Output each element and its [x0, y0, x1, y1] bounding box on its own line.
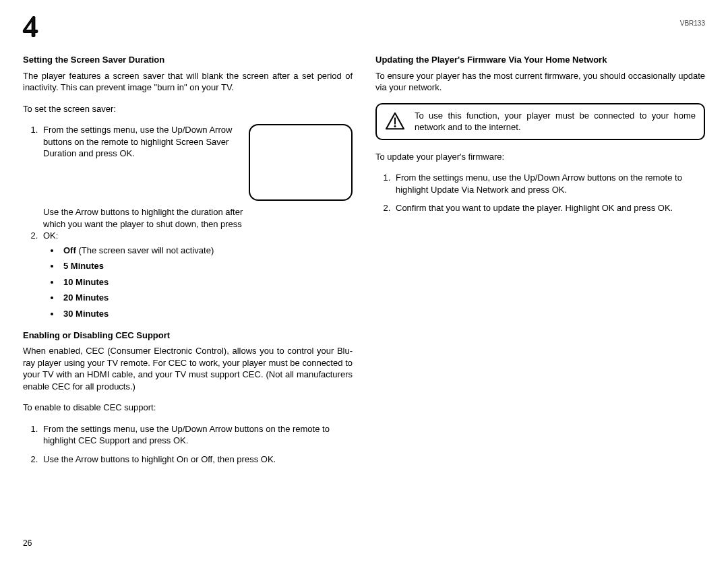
ordered-steps: Use the Arrow buttons to highlight the d… — [23, 206, 353, 319]
list-item: From the settings menu, use the Up/Down … — [40, 423, 353, 447]
lead-text: To enable to disable CEC support: — [23, 402, 353, 414]
right-column: Updating the Player's Firmware Via Your … — [375, 54, 705, 474]
step-text: Use the Arrow buttons to highlight the d… — [43, 206, 245, 242]
list-item: Use the Arrow buttons to highlight On or… — [40, 454, 353, 466]
list-item: 20 Minutes — [61, 292, 353, 304]
warning-icon — [385, 112, 405, 131]
step-with-figure: From the settings menu, use the Up/Down … — [23, 124, 353, 206]
section-heading: Enabling or Disabling CEC Support — [23, 330, 353, 342]
options-list: Off (The screen saver will not activate)… — [43, 245, 353, 320]
option-off-bold: Off — [63, 245, 76, 255]
lead-text: To update your player's firmware: — [375, 151, 705, 163]
body-text: To ensure your player has the most curre… — [375, 70, 705, 94]
section-heading: Updating the Player's Firmware Via Your … — [375, 54, 705, 66]
svg-point-2 — [394, 125, 396, 127]
ordered-steps: From the settings menu, use the Up/Down … — [23, 423, 353, 466]
page-header: 4 VBR133 — [23, 12, 705, 42]
chapter-number: 4 — [23, 12, 38, 42]
option-off-rest: (The screen saver will not activate) — [76, 245, 214, 255]
body-text: When enabled, CEC (Consumer Electronic C… — [23, 345, 353, 392]
page-number: 26 — [23, 538, 32, 549]
note-callout: To use this function, your player must b… — [375, 103, 705, 140]
lead-text: To set the screen saver: — [23, 103, 353, 115]
list-item: From the settings menu, use the Up/Down … — [40, 124, 245, 160]
list-item: 10 Minutes — [61, 276, 353, 288]
list-item: Confirm that you want to update the play… — [393, 202, 705, 214]
list-item: 30 Minutes — [61, 308, 353, 320]
section-heading: Setting the Screen Saver Duration — [23, 54, 353, 66]
ordered-steps: From the settings menu, use the Up/Down … — [375, 172, 705, 214]
body-text: The player features a screen saver that … — [23, 70, 353, 94]
list-item: From the settings menu, use the Up/Down … — [393, 172, 705, 195]
list-item: Use the Arrow buttons to highlight the d… — [40, 206, 353, 319]
list-item: Off (The screen saver will not activate) — [61, 245, 353, 257]
manual-page: 4 VBR133 Setting the Screen Saver Durati… — [0, 0, 728, 562]
model-code: VBR133 — [680, 19, 705, 28]
content-columns: Setting the Screen Saver Duration The pl… — [23, 54, 705, 474]
note-text: To use this function, your player must b… — [415, 110, 696, 133]
list-item: 5 Minutes — [61, 260, 353, 272]
figure-placeholder — [249, 124, 353, 201]
left-column: Setting the Screen Saver Duration The pl… — [23, 54, 353, 474]
